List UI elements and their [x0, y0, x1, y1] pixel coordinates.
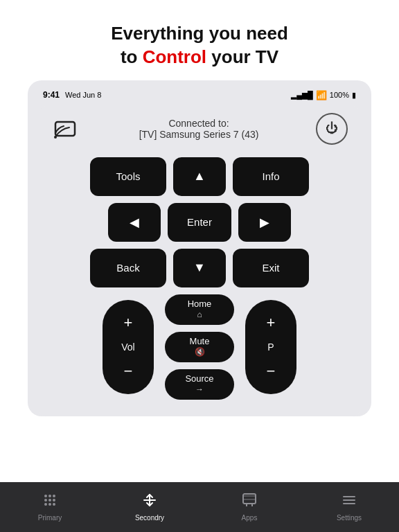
up-arrow-button[interactable]: ▲	[173, 157, 226, 196]
power-button[interactable]: ⏻	[316, 113, 348, 145]
mute-icon: 🔇	[195, 348, 205, 357]
home-label: Home	[188, 299, 212, 309]
settings-icon	[342, 493, 357, 511]
left-arrow-button[interactable]: ◀	[108, 203, 161, 242]
tools-button[interactable]: Tools	[90, 157, 166, 196]
exit-button[interactable]: Exit	[233, 249, 309, 287]
home-button[interactable]: Home ⌂	[165, 294, 234, 325]
battery-label: 100%	[330, 91, 349, 99]
up-arrow-icon: ▲	[193, 169, 206, 184]
left-arrow-icon: ◀	[130, 215, 139, 230]
svg-point-10	[53, 503, 55, 506]
apps-label: Apps	[242, 514, 258, 522]
svg-point-9	[48, 503, 51, 506]
header-line1: Everything you need	[28, 22, 371, 46]
connected-to-label: Connected to:	[82, 118, 316, 129]
header-line2-suffix: your TV	[206, 46, 278, 67]
top-bar: Connected to: [TV] Samsung Series 7 (43)…	[48, 113, 351, 145]
status-right: ▂▄▆█ 📶 100% ▮	[291, 90, 356, 100]
status-time: 9:41	[43, 90, 60, 100]
down-arrow-button[interactable]: ▼	[173, 249, 226, 287]
header-line2-prefix: to	[121, 46, 143, 67]
primary-label: Primary	[38, 514, 62, 522]
device-frame: 9:41 Wed Jun 8 ▂▄▆█ 📶 100% ▮ Co	[28, 80, 371, 416]
mute-button[interactable]: Mute 🔇	[165, 332, 234, 362]
center-column: Home ⌂ Mute 🔇 Source →	[165, 294, 234, 400]
svg-point-3	[48, 495, 51, 497]
secondary-label: Secondry	[135, 514, 164, 522]
header-control-word: Control	[143, 46, 206, 67]
right-arrow-button[interactable]: ▶	[238, 203, 291, 242]
status-date: Wed Jun 8	[65, 91, 101, 99]
svg-rect-14	[243, 495, 256, 497]
connected-info: Connected to: [TV] Samsung Series 7 (43)	[82, 118, 316, 140]
primary-icon	[42, 493, 57, 511]
down-arrow-icon: ▼	[193, 260, 206, 275]
apps-icon	[242, 493, 257, 511]
svg-point-4	[53, 495, 55, 497]
tv-name: [TV] Samsung Series 7 (43)	[82, 129, 316, 140]
nav-secondary[interactable]: Secondry	[100, 493, 200, 522]
ch-minus-button[interactable]: −	[253, 358, 290, 384]
power-icon: ⏻	[326, 121, 338, 136]
bottom-section: + Vol − Home ⌂ Mute 🔇 Source →	[48, 294, 351, 405]
source-button[interactable]: Source →	[165, 369, 234, 400]
nav-primary[interactable]: Primary	[0, 493, 100, 522]
vol-minus-button[interactable]: −	[110, 358, 147, 384]
svg-rect-15	[243, 499, 256, 500]
dpad-section: Tools ▲ Info ◀ Enter ▶	[48, 157, 351, 287]
source-label: Source	[185, 374, 213, 384]
nav-settings[interactable]: Settings	[299, 493, 399, 522]
back-button[interactable]: Back	[90, 249, 166, 287]
home-icon: ⌂	[197, 310, 202, 319]
enter-button[interactable]: Enter	[168, 203, 231, 242]
cast-icon	[51, 114, 82, 144]
mute-label: Mute	[190, 337, 210, 346]
svg-point-6	[48, 499, 51, 502]
right-arrow-icon: ▶	[260, 215, 269, 230]
source-icon: →	[195, 385, 204, 394]
header-section: Everything you need to Control your TV	[0, 0, 399, 80]
row-back-down-exit: Back ▼ Exit	[48, 249, 351, 287]
svg-point-1	[54, 136, 57, 139]
ch-plus-button[interactable]: +	[253, 310, 290, 336]
row-left-enter-right: ◀ Enter ▶	[48, 203, 351, 242]
svg-point-7	[53, 499, 55, 502]
settings-label: Settings	[337, 514, 362, 522]
info-button[interactable]: Info	[233, 157, 309, 196]
row-tools-up-info: Tools ▲ Info	[48, 157, 351, 196]
vol-plus-button[interactable]: +	[110, 310, 147, 336]
battery-icon: ▮	[352, 91, 356, 100]
remote-area: Connected to: [TV] Samsung Series 7 (43)…	[39, 106, 360, 416]
header-line2: to Control your TV	[28, 46, 371, 69]
channel-pill: + P −	[245, 300, 296, 394]
volume-pill: + Vol −	[103, 300, 154, 394]
svg-point-5	[44, 499, 47, 502]
nav-apps[interactable]: Apps	[200, 493, 299, 522]
status-bar: 9:41 Wed Jun 8 ▂▄▆█ 📶 100% ▮	[39, 90, 360, 106]
signal-icon: ▂▄▆█	[291, 91, 313, 100]
vol-label: Vol	[121, 342, 134, 353]
svg-point-2	[44, 495, 47, 497]
wifi-icon: 📶	[316, 90, 327, 100]
ch-label: P	[267, 342, 274, 353]
svg-point-8	[44, 503, 47, 506]
secondary-icon	[142, 493, 157, 511]
bottom-nav: Primary Secondry Apps	[0, 482, 399, 532]
